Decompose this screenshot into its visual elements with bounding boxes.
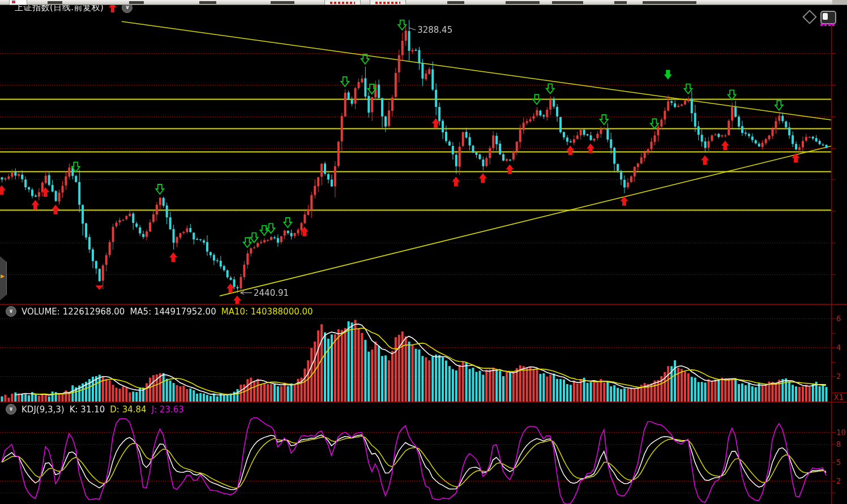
top-menu-bar[interactable] — [0, 0, 847, 5]
magenta-dots-indicator — [820, 24, 835, 26]
menu-red-button[interactable] — [370, 0, 406, 5]
menu-item-fragment[interactable] — [506, 1, 540, 4]
panel-expand-tab[interactable]: ▶ — [0, 256, 7, 300]
chevron-down-icon: ∨ — [125, 5, 130, 10]
kdj-d-value: D: 34.84 — [110, 404, 146, 415]
expand-arrow-icon: ▶ — [1, 273, 5, 279]
collapse-kdj-panel-icon[interactable]: ∨ — [6, 404, 16, 415]
sidebar-toggle-icon[interactable] — [820, 11, 836, 24]
volume-value: VOLUME: 122612968.00 — [22, 307, 125, 317]
menu-item-fragment[interactable] — [199, 1, 216, 4]
menu-item-fragment[interactable] — [447, 1, 464, 4]
menu-right-block — [832, 0, 847, 5]
kdj-k-value: K: 31.10 — [70, 404, 105, 415]
collapse-volume-panel-icon[interactable]: ∨ — [6, 306, 16, 317]
kdj-j-value: J: 23.63 — [152, 404, 184, 415]
chevron-down-icon: ∨ — [8, 308, 13, 314]
chevron-down-icon: ∨ — [8, 406, 13, 412]
menu-item-fragment[interactable] — [643, 1, 696, 4]
volume-ma5-value: MA5: 144917952.00 — [130, 307, 216, 317]
menu-item-fragment[interactable] — [614, 1, 627, 4]
kdj-name: KDJ(9,3,3) — [22, 404, 65, 415]
menu-item-fragment[interactable] — [552, 1, 583, 4]
menu-item-fragment[interactable] — [48, 1, 62, 4]
app-logo-icon[interactable] — [9, 0, 27, 5]
trading-app-window: { "title_bar": { "symbol_title": "上证指数(日… — [0, 0, 847, 504]
menu-item-fragment[interactable] — [271, 1, 294, 4]
chart-canvas[interactable] — [0, 0, 847, 504]
menu-item-fragment[interactable] — [129, 1, 144, 4]
menu-red-button[interactable] — [324, 0, 361, 5]
volume-ma10-value: MA10: 140388000.00 — [221, 307, 313, 317]
